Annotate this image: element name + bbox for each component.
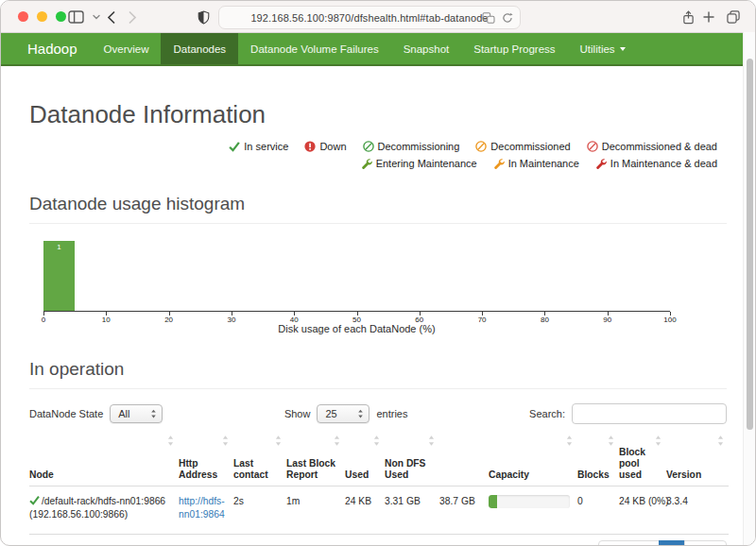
brand-hadoop[interactable]: Hadoop bbox=[1, 33, 92, 64]
chevron-down-icon bbox=[93, 14, 100, 20]
legend-item-entering-maintenance: Entering Maintenance bbox=[361, 158, 477, 169]
page-length-value: 25 bbox=[325, 408, 336, 419]
legend-label: In Maintenance & dead bbox=[610, 158, 717, 169]
reload-icon[interactable] bbox=[502, 12, 513, 24]
share-button[interactable] bbox=[678, 7, 698, 27]
histogram-bar: 1 bbox=[43, 241, 75, 311]
col-header-blocks[interactable]: Blocks bbox=[577, 434, 619, 486]
nav-item-overview[interactable]: Overview bbox=[92, 33, 162, 64]
show-entries-control: Show 25 entries bbox=[284, 404, 408, 423]
datanode-state-select[interactable]: All bbox=[110, 404, 163, 423]
operation-section-title: In operation bbox=[29, 359, 727, 389]
ban-circle-icon bbox=[363, 141, 374, 152]
select-arrows-icon bbox=[150, 409, 157, 419]
col-label: Used bbox=[345, 469, 369, 480]
table-footer: Showing 1 to 1 of 1 entries Previous 1 N… bbox=[29, 540, 727, 546]
traffic-lights bbox=[18, 11, 66, 22]
http-address-link[interactable]: http://hdfs-nn01:9864 bbox=[179, 495, 230, 521]
url-field[interactable]: 192.168.56.100:9870/dfshealth.html#tab-d… bbox=[218, 6, 521, 29]
legend-item-down: Down bbox=[304, 141, 346, 152]
block-pool-used-cell: 24 KB (0%) bbox=[619, 486, 666, 535]
close-window-icon[interactable] bbox=[18, 11, 28, 22]
col-header-last-contact[interactable]: Last contact bbox=[233, 434, 286, 486]
tab-overview-button[interactable] bbox=[723, 7, 744, 27]
col-header-node[interactable]: Node bbox=[29, 434, 179, 486]
chevron-right-icon bbox=[129, 11, 137, 24]
datanode-state-control: DataNode State All bbox=[29, 404, 163, 423]
browser-window: 192.168.56.100:9870/dfshealth.html#tab-d… bbox=[0, 0, 756, 546]
capacity-bar-cell bbox=[489, 486, 577, 535]
nav-item-utilities[interactable]: Utilities bbox=[568, 33, 638, 64]
node-ip: (192.168.56.100:9866) bbox=[29, 509, 128, 520]
sort-icon bbox=[717, 435, 724, 446]
page-length-select[interactable]: 25 bbox=[317, 404, 369, 423]
col-header-capacity[interactable]: Capacity bbox=[489, 434, 577, 486]
col-label: Node bbox=[29, 469, 54, 480]
translate-icon[interactable] bbox=[482, 12, 495, 24]
privacy-shield-button[interactable] bbox=[193, 7, 214, 27]
page-1-button[interactable]: 1 bbox=[659, 540, 685, 546]
last-contact-cell: 2s bbox=[233, 486, 286, 535]
wrench-icon bbox=[595, 158, 607, 169]
legend-item-decommissioning: Decommissioning bbox=[363, 141, 460, 152]
search-label: Search: bbox=[529, 408, 565, 419]
capacity-bar-fill bbox=[489, 495, 497, 508]
browser-toolbar: 192.168.56.100:9870/dfshealth.html#tab-d… bbox=[1, 1, 755, 33]
histogram-axis-ticks: 0102030405060708090100 bbox=[43, 312, 670, 325]
legend-label: Decommissioning bbox=[378, 141, 460, 152]
search-control: Search: bbox=[529, 403, 727, 424]
plus-icon bbox=[703, 11, 714, 23]
non-dfs-used-cell: 3.31 GB bbox=[385, 486, 439, 535]
col-label: Blocks bbox=[577, 469, 610, 480]
next-page-button[interactable]: Next bbox=[684, 540, 727, 546]
forward-button[interactable] bbox=[122, 7, 143, 27]
ban-circle-icon bbox=[475, 141, 487, 152]
ban-circle-icon bbox=[587, 141, 598, 152]
scrollbar-track[interactable] bbox=[743, 32, 755, 545]
col-header-used[interactable]: Used bbox=[345, 434, 385, 486]
col-label: Http Address bbox=[179, 458, 217, 480]
col-header-version[interactable]: Version bbox=[666, 434, 729, 486]
nav-item-startup-progress[interactable]: Startup Progress bbox=[461, 33, 567, 64]
table-header-row: Node Http Address Last contact Last Bloc… bbox=[29, 434, 729, 486]
col-header-capacity-value bbox=[439, 434, 489, 486]
used-cell: 24 KB bbox=[345, 486, 385, 535]
share-icon bbox=[682, 10, 695, 25]
col-header-block-pool-used[interactable]: Block pool used bbox=[619, 434, 666, 486]
sort-icon bbox=[566, 435, 573, 446]
col-header-http-address[interactable]: Http Address bbox=[179, 434, 233, 486]
legend-label: Entering Maintenance bbox=[376, 158, 477, 169]
sidebar-toggle-button[interactable] bbox=[65, 7, 86, 27]
minimize-window-icon[interactable] bbox=[37, 11, 47, 22]
show-label: Show bbox=[284, 408, 311, 419]
col-label: Non DFS Used bbox=[385, 458, 425, 480]
wrench-icon bbox=[361, 158, 372, 169]
http-address-cell: http://hdfs-nn01:9864 bbox=[179, 486, 233, 535]
nav-item-datanodes[interactable]: Datanodes bbox=[161, 33, 238, 64]
previous-page-button[interactable]: Previous bbox=[598, 540, 660, 546]
check-icon bbox=[229, 141, 240, 152]
back-button[interactable] bbox=[100, 7, 121, 27]
entries-label: entries bbox=[376, 408, 407, 419]
pagination: Previous 1 Next bbox=[598, 540, 727, 546]
nav-item-datanode-volume-failures[interactable]: Datanode Volume Failures bbox=[238, 33, 391, 64]
node-cell: /default-rack/hdfs-nn01:9866 (192.168.56… bbox=[29, 486, 179, 535]
wrench-icon bbox=[493, 158, 505, 169]
nav-item-snapshot[interactable]: Snapshot bbox=[391, 33, 462, 64]
page-title: Datanode Information bbox=[29, 100, 727, 129]
legend-item-decommissioned-dead: Decommissioned & dead bbox=[587, 141, 717, 152]
table-row: /default-rack/hdfs-nn01:9866 (192.168.56… bbox=[29, 486, 729, 535]
sort-icon bbox=[334, 435, 340, 446]
scrollbar-thumb[interactable] bbox=[747, 59, 753, 430]
datanode-state-legend: In service Down Decommissioning Decommis… bbox=[29, 141, 727, 169]
legend-item-in-maintenance-dead: In Maintenance & dead bbox=[595, 158, 717, 169]
search-input[interactable] bbox=[572, 403, 727, 424]
sort-icon bbox=[222, 435, 229, 446]
new-tab-button[interactable] bbox=[698, 7, 719, 27]
hadoop-navbar: Hadoop Overview Datanodes Datanode Volum… bbox=[1, 33, 755, 66]
col-header-last-block-report[interactable]: Last Block Report bbox=[286, 434, 345, 486]
legend-label: Down bbox=[319, 141, 346, 152]
in-service-check-icon bbox=[29, 495, 40, 505]
shield-icon bbox=[198, 10, 210, 25]
col-header-non-dfs-used[interactable]: Non DFS Used bbox=[385, 434, 439, 486]
